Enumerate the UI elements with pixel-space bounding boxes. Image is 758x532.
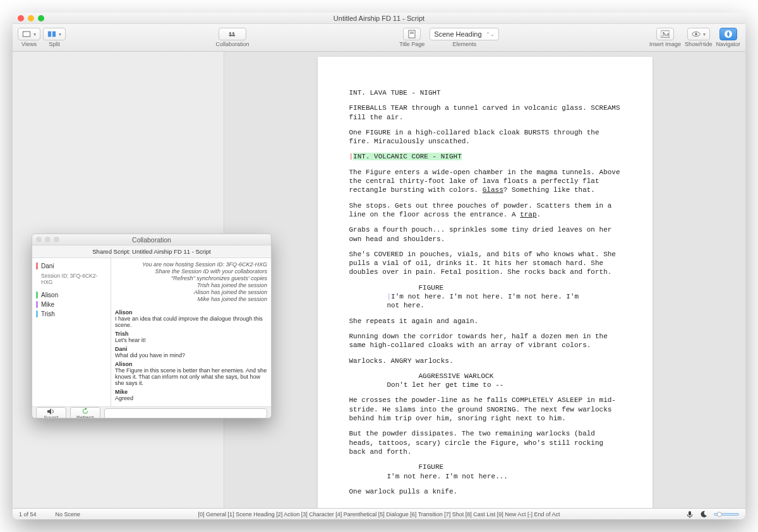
views-icon — [22, 30, 31, 38]
system-message: "Refresh" synchronizes guests' copies — [115, 275, 267, 281]
svg-rect-1 — [23, 32, 30, 37]
elements-label: Elements — [453, 41, 477, 47]
insert-image-group: Insert Image — [649, 28, 681, 47]
collab-user-row[interactable]: Alison — [36, 290, 107, 300]
svg-rect-6 — [229, 35, 232, 37]
svg-rect-2 — [48, 32, 51, 37]
compass-icon — [724, 30, 733, 38]
split-group: ▾ Split — [43, 28, 66, 47]
svg-point-4 — [229, 32, 231, 34]
people-icon — [228, 30, 237, 38]
titlepage-group: Title Page — [399, 28, 424, 47]
showhide-group: ▾ Show/Hide — [685, 28, 713, 47]
action: One FIGURE in a high-collared black cloa… — [349, 128, 621, 146]
action: Grabs a fourth pouch... sprinkles some t… — [349, 225, 621, 244]
image-icon — [661, 30, 670, 38]
chat-input[interactable] — [104, 408, 267, 418]
chat-message: DaniWhat did you have in mind? — [115, 346, 267, 358]
scene-heading: |INT. VOLCANIC CORE - NIGHT — [349, 152, 621, 161]
character: AGGRESSIVE WARLOCK — [349, 372, 621, 381]
views-label: Views — [21, 41, 37, 47]
svg-rect-3 — [52, 32, 56, 37]
svg-point-14 — [695, 33, 697, 35]
views-button[interactable]: ▾ — [18, 28, 40, 40]
script-page-1[interactable]: INT. LAVA TUBE - NIGHT FIREBALLS TEAR th… — [318, 57, 653, 508]
dialogue: Don't let her get time to -- — [349, 381, 621, 389]
system-message: You are now hosting Session ID: 3FQ-6CK2… — [115, 261, 267, 268]
action: She's COVERED in pouches, vials, and bit… — [349, 250, 621, 277]
collaboration-panel[interactable]: Collaboration Shared Script: Untitled Ai… — [32, 233, 272, 418]
collab-group: Collaboration — [216, 28, 250, 47]
collab-body: Dani Session ID: 3FQ-6CK2-HXG AlisonMike… — [32, 258, 271, 406]
split-icon — [47, 30, 56, 38]
speaker-icon — [47, 408, 55, 415]
toolbar: ▾ Views ▾ Split Collaboration — [13, 24, 745, 52]
collab-subtitle: Shared Script: Untitled Airship FD 11 - … — [32, 245, 271, 258]
element-selected: Scene Heading — [434, 30, 481, 38]
insert-image-button[interactable] — [656, 28, 674, 40]
element-legend: [0] General [1] Scene Heading [2] Action… — [13, 511, 745, 517]
chevron-updown-icon: ⌃⌄ — [486, 32, 495, 37]
action: She repeats it again and again. — [349, 317, 621, 326]
status-bar: 1 of 54 No Scene [0] General [1] Scene H… — [13, 508, 745, 519]
collab-chat[interactable]: You are now hosting Session ID: 3FQ-6CK2… — [111, 258, 271, 406]
insert-image-label: Insert Image — [649, 41, 681, 47]
chevron-down-icon: ▾ — [33, 32, 36, 37]
action: But the powder dissipates. The two remai… — [349, 429, 621, 456]
navigator-group: Navigator — [716, 28, 740, 47]
elements-group: Scene Heading ⌃⌄ Elements — [430, 28, 499, 47]
chevron-down-icon: ▾ — [703, 32, 706, 37]
session-id: Session ID: 3FQ-6CK2-HXG — [41, 273, 107, 285]
split-button[interactable]: ▾ — [43, 28, 66, 40]
system-message: Mike has joined the session — [115, 296, 267, 302]
refresh-icon — [81, 408, 89, 415]
scene-heading: INT. LAVA TUBE - NIGHT — [349, 88, 621, 97]
action: One warlock pulls a knife. — [349, 487, 621, 496]
collab-title-text: Collaboration — [132, 236, 171, 244]
svg-marker-19 — [47, 408, 51, 415]
character: FIGURE — [349, 463, 621, 471]
character: FIGURE — [349, 283, 621, 292]
collab-label: Collaboration — [216, 41, 250, 47]
system-message: Trish has joined the session — [115, 282, 267, 288]
split-label: Split — [49, 41, 60, 47]
collab-footer: Sound Refresh — [32, 406, 271, 418]
zoom-slider[interactable] — [714, 513, 739, 516]
system-message: Alison has joined the session — [115, 289, 267, 295]
collab-user-row[interactable]: Mike — [36, 300, 107, 309]
collab-user-list: Dani Session ID: 3FQ-6CK2-HXG AlisonMike… — [32, 258, 111, 406]
svg-rect-7 — [232, 35, 235, 37]
navigator-button[interactable] — [719, 28, 737, 40]
action: FIREBALLS TEAR through a tunnel carved i… — [349, 103, 621, 122]
chat-message: AlisonI have an idea that could improve … — [115, 309, 267, 328]
titlebar: Untitled Airship FD 11 - Script — [13, 13, 745, 24]
svg-point-12 — [663, 32, 665, 34]
element-dropdown[interactable]: Scene Heading ⌃⌄ — [430, 28, 499, 40]
action: Warlocks. ANGRY warlocks. — [349, 357, 621, 365]
svg-rect-8 — [409, 30, 415, 38]
sound-button[interactable]: Sound — [36, 407, 66, 418]
dialogue: |I'm not here. I'm not here. I'm not her… — [349, 292, 621, 310]
collab-traffic — [36, 237, 59, 242]
action: She stops. Gets out three pouches of pow… — [349, 201, 621, 220]
dialogue: I'm not here. I'm not here... — [349, 472, 621, 481]
navigator-label: Navigator — [716, 41, 740, 47]
page-scroll[interactable]: INT. LAVA TUBE - NIGHT FIREBALLS TEAR th… — [224, 52, 745, 508]
chat-message: TrishLet's hear it! — [115, 331, 267, 343]
showhide-label: Show/Hide — [685, 41, 713, 47]
views-group: ▾ Views — [18, 28, 40, 47]
action: He crosses the powder-line as he falls C… — [349, 396, 621, 423]
app-window: Untitled Airship FD 11 - Script ▾ Views … — [13, 13, 745, 519]
refresh-button[interactable]: Refresh — [70, 407, 100, 418]
collaboration-button[interactable] — [219, 28, 246, 40]
show-hide-button[interactable]: ▾ — [687, 28, 710, 40]
title-page-button[interactable] — [403, 28, 421, 40]
action: Running down the corridor towards her, h… — [349, 332, 621, 350]
chat-message: MikeAgreed — [115, 389, 267, 401]
collab-host-row[interactable]: Dani — [36, 261, 107, 271]
svg-point-5 — [232, 32, 234, 34]
titlepage-label: Title Page — [399, 41, 424, 47]
eye-icon — [692, 30, 701, 38]
collab-user-row[interactable]: Trish — [36, 309, 107, 319]
collab-titlebar: Collaboration — [32, 234, 271, 245]
